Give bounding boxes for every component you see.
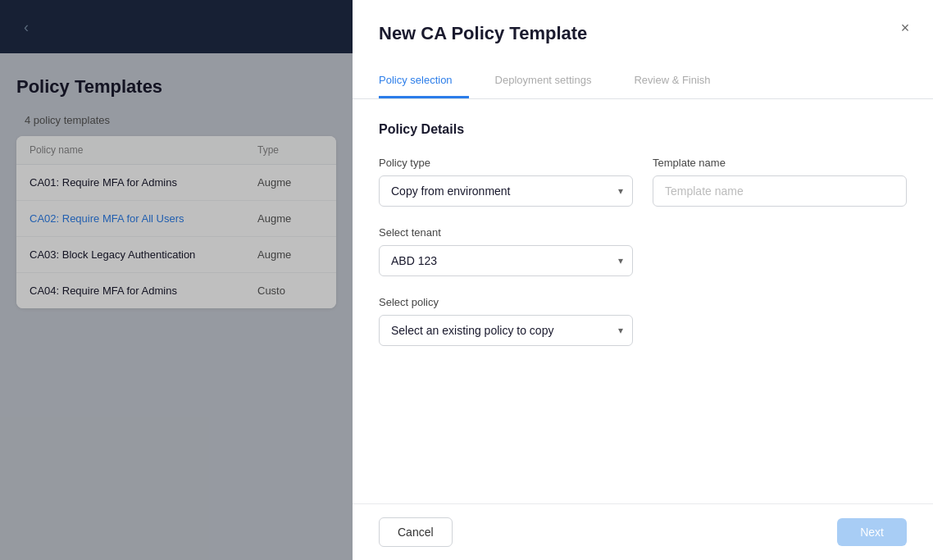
select-policy-wrapper[interactable]: Select an existing policy to copy ▾ (379, 315, 633, 346)
modal-body: Policy Details Policy type Copy from env… (353, 99, 933, 503)
tenant-select-wrapper[interactable]: ABD 123 Other tenant ▾ (379, 245, 633, 276)
form-row-policy: Select policy Select an existing policy … (379, 296, 907, 346)
select-policy-label: Select policy (379, 296, 633, 308)
tenant-select[interactable]: ABD 123 Other tenant (379, 245, 633, 276)
form-group-spacer (653, 226, 907, 276)
form-group-template-name: Template name (653, 157, 907, 207)
tab-review-finish[interactable]: Review & Finish (634, 64, 726, 98)
modal-title: New CA Policy Template (379, 23, 907, 44)
form-group-spacer2 (653, 296, 907, 346)
template-name-label: Template name (653, 157, 907, 169)
next-button[interactable]: Next (837, 518, 907, 546)
modal-overlay: × New CA Policy Template Policy selectio… (0, 0, 933, 560)
modal-dialog: × New CA Policy Template Policy selectio… (353, 0, 933, 560)
cancel-button[interactable]: Cancel (379, 517, 453, 547)
policy-type-label: Policy type (379, 157, 633, 169)
select-policy-select[interactable]: Select an existing policy to copy (379, 315, 633, 346)
form-group-policy-type: Policy type Copy from environment Templa… (379, 157, 633, 207)
tab-policy-selection[interactable]: Policy selection (379, 64, 469, 98)
section-title: Policy Details (379, 122, 907, 137)
modal-footer: Cancel Next (353, 503, 933, 560)
policy-type-select-wrapper[interactable]: Copy from environment Template Custom ▾ (379, 175, 633, 207)
steps-bar: Policy selection Deployment settings Rev… (353, 64, 933, 99)
tab-deployment-settings[interactable]: Deployment settings (495, 64, 608, 98)
policy-type-select[interactable]: Copy from environment Template Custom (379, 175, 633, 207)
form-group-tenant: Select tenant ABD 123 Other tenant ▾ (379, 226, 633, 276)
form-group-policy: Select policy Select an existing policy … (379, 296, 633, 346)
form-row-tenant: Select tenant ABD 123 Other tenant ▾ (379, 226, 907, 276)
tenant-label: Select tenant (379, 226, 633, 239)
form-row-policy-type: Policy type Copy from environment Templa… (379, 157, 907, 207)
close-button[interactable]: × (894, 16, 917, 39)
template-name-input[interactable] (653, 175, 907, 207)
modal-header: New CA Policy Template (353, 0, 933, 64)
